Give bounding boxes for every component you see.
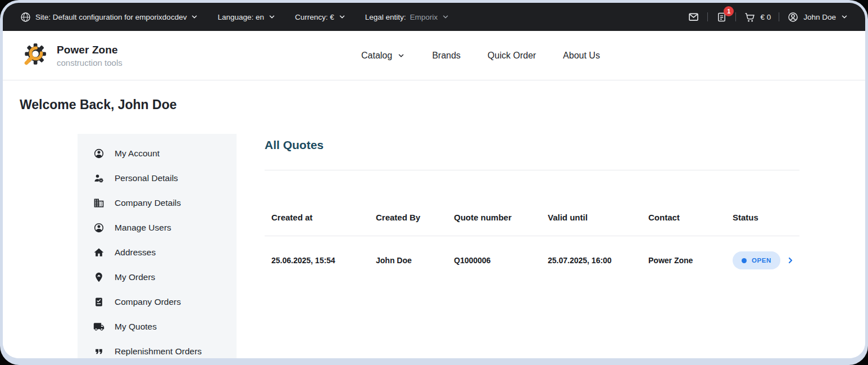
sidebar-item-label: Manage Users [115, 223, 171, 233]
sidebar-item-my-orders[interactable]: My Orders [78, 265, 237, 290]
location-pin-icon [93, 272, 104, 283]
legal-entity-selector[interactable]: Legal entity: Emporix [365, 13, 449, 21]
quotes-table-header: Created at Created By Quote number Valid… [265, 210, 799, 224]
account-sidebar: My Account Personal Details [78, 134, 237, 358]
sidebar-item-label: Replenishment Orders [115, 346, 202, 357]
quote-status-cell: OPEN [726, 251, 799, 269]
divider [707, 12, 708, 21]
chevron-down-icon [190, 13, 198, 21]
column-header-created-at: Created at [265, 213, 369, 222]
column-header-created-by: Created By [369, 213, 447, 222]
status-label: OPEN [752, 257, 771, 264]
quotes-panel: All Quotes Created at Created By Quote n… [265, 134, 799, 270]
sidebar-item-company-details[interactable]: Company Details [78, 191, 237, 215]
brand-logo-link[interactable]: Power Zone construction tools [20, 42, 122, 70]
quotes-notification-button[interactable]: 1 [716, 11, 728, 23]
main-nav: Catalog Brands Quick Order About Us [361, 31, 600, 80]
order-list-icon [93, 296, 104, 308]
column-header-quote-number: Quote number [447, 213, 541, 222]
chevron-down-icon [397, 52, 405, 60]
site-selector-label: Site: Default configuration for emporixd… [35, 13, 187, 21]
quote-number: Q1000006 [447, 256, 541, 265]
home-icon [93, 247, 104, 258]
cart-icon [744, 11, 756, 23]
nav-item-quick-order[interactable]: Quick Order [488, 51, 536, 61]
sidebar-item-label: My Account [115, 148, 160, 159]
chevron-down-icon [840, 13, 848, 21]
chevron-down-icon [442, 13, 449, 21]
mail-icon [688, 11, 699, 23]
sidebar-item-personal-details[interactable]: Personal Details [78, 166, 237, 191]
sidebar-item-my-quotes[interactable]: My Quotes [78, 314, 237, 339]
legal-entity-value: Emporix [410, 13, 438, 21]
nav-item-label: Quick Order [488, 51, 536, 61]
chevron-down-icon [338, 13, 346, 21]
site-header: Power Zone construction tools Catalog Br… [3, 31, 865, 80]
account-circle-icon [93, 222, 104, 233]
window-frame: Site: Default configuration for emporixd… [0, 0, 868, 365]
cart-button[interactable]: € 0 [744, 11, 771, 23]
quote-created-at: 25.06.2025, 15:54 [265, 256, 369, 265]
status-dot-icon [742, 258, 747, 263]
language-selector[interactable]: Language: en [217, 13, 276, 21]
nav-item-label: About Us [563, 51, 600, 61]
sidebar-item-label: My Orders [115, 272, 155, 282]
user-icon [787, 11, 799, 23]
user-menu[interactable]: John Doe [787, 11, 848, 23]
brand-name: Power Zone [57, 44, 122, 56]
company-icon [93, 197, 104, 209]
sidebar-item-my-account[interactable]: My Account [78, 141, 237, 166]
quote-created-by: John Doe [369, 256, 447, 265]
column-header-status: Status [726, 213, 799, 222]
chevron-right-icon[interactable] [786, 256, 795, 265]
sidebar-item-label: Addresses [115, 247, 156, 258]
chevron-down-icon [268, 13, 276, 21]
status-badge[interactable]: OPEN [733, 251, 780, 269]
page-content: Welcome Back, John Doe My Account [3, 80, 865, 358]
quotes-title: All Quotes [265, 137, 799, 153]
quote-icon [93, 346, 104, 357]
currency-selector[interactable]: Currency: € [295, 13, 346, 21]
user-name: John Doe [803, 13, 836, 21]
language-selector-label: Language: en [217, 13, 264, 21]
cart-total: € 0 [760, 13, 771, 21]
quote-contact: Power Zone [642, 256, 726, 265]
app-window: Site: Default configuration for emporixd… [3, 3, 865, 358]
account-circle-icon [93, 148, 104, 159]
nav-item-label: Brands [432, 51, 461, 61]
nav-item-about-us[interactable]: About Us [563, 51, 600, 61]
globe-icon [20, 11, 31, 23]
sidebar-item-addresses[interactable]: Addresses [78, 240, 237, 265]
site-selector[interactable]: Site: Default configuration for emporixd… [20, 11, 198, 23]
divider [265, 236, 799, 236]
nav-item-label: Catalog [361, 51, 392, 61]
quote-table-row[interactable]: 25.06.2025, 15:54 John Doe Q1000006 25.0… [265, 251, 799, 270]
gear-wrench-logo-icon [20, 42, 48, 70]
quote-valid-until: 25.07.2025, 16:00 [541, 256, 642, 265]
divider [265, 170, 799, 170]
sidebar-item-replenishment-orders[interactable]: Replenishment Orders [78, 339, 237, 358]
top-bar: Site: Default configuration for emporixd… [3, 3, 865, 31]
divider [779, 12, 779, 21]
sidebar-item-label: Personal Details [115, 173, 178, 183]
legal-entity-label: Legal entity: [365, 13, 406, 21]
sidebar-item-label: Company Details [115, 198, 181, 208]
column-header-valid-until: Valid until [541, 213, 642, 222]
messages-button[interactable] [688, 11, 699, 23]
sidebar-item-company-orders[interactable]: Company Orders [78, 290, 237, 314]
sidebar-item-manage-users[interactable]: Manage Users [78, 215, 237, 240]
brand-tagline: construction tools [57, 58, 122, 67]
currency-selector-label: Currency: € [295, 13, 334, 21]
sidebar-item-label: Company Orders [115, 297, 181, 307]
notification-badge: 1 [724, 6, 734, 16]
divider [735, 12, 736, 21]
nav-item-catalog[interactable]: Catalog [361, 51, 405, 61]
manage-accounts-icon [93, 173, 104, 184]
sidebar-item-label: My Quotes [115, 322, 157, 332]
truck-icon [93, 321, 104, 332]
nav-item-brands[interactable]: Brands [432, 51, 461, 61]
column-header-contact: Contact [642, 213, 726, 222]
welcome-heading: Welcome Back, John Doe [20, 97, 177, 112]
